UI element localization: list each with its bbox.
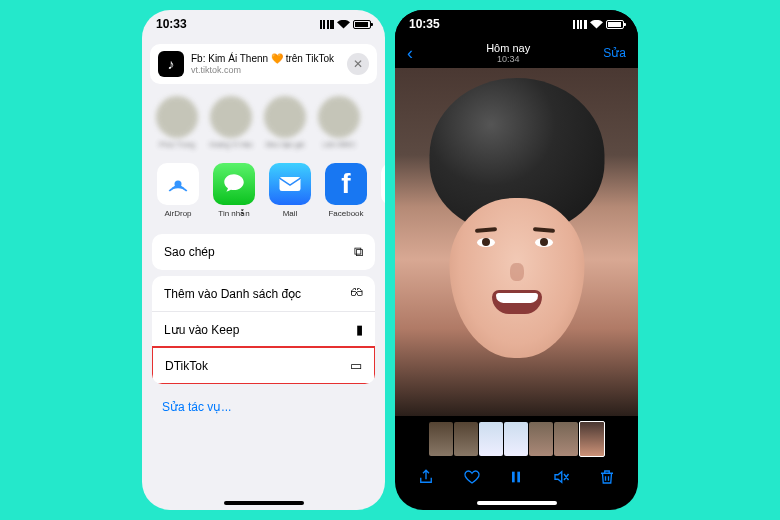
app-icon bbox=[381, 163, 385, 205]
action-label: Sao chép bbox=[164, 245, 215, 259]
app-label: Mail bbox=[266, 209, 314, 218]
action-keep[interactable]: Lưu vào Keep ▮ bbox=[152, 311, 375, 347]
app-airdrop[interactable]: AirDrop bbox=[154, 163, 202, 218]
share-button[interactable] bbox=[417, 468, 435, 490]
action-label: DTikTok bbox=[165, 359, 208, 373]
action-label: Thêm vào Danh sách đọc bbox=[164, 287, 301, 301]
glasses-icon: 👓︎ bbox=[350, 286, 363, 301]
app-mail[interactable]: Mail bbox=[266, 163, 314, 218]
battery-icon bbox=[353, 20, 371, 29]
status-icons bbox=[320, 20, 371, 29]
home-indicator[interactable] bbox=[477, 501, 557, 505]
status-icons bbox=[573, 20, 624, 29]
tiktok-app-icon: ♪ bbox=[158, 51, 184, 77]
wifi-icon bbox=[337, 20, 350, 29]
photo-nav: ‹ Hôm nay 10:34 Sửa bbox=[395, 38, 638, 68]
avatar bbox=[318, 96, 360, 138]
signal-icon bbox=[320, 20, 334, 29]
phone-photos-viewer: 10:35 ‹ Hôm nay 10:34 Sửa bbox=[395, 10, 638, 510]
mute-button[interactable] bbox=[552, 468, 570, 490]
bookmark-icon: ▮ bbox=[356, 322, 363, 337]
main-photo[interactable] bbox=[395, 68, 638, 416]
contact-label: Phúc Trung bbox=[154, 141, 200, 148]
close-button[interactable]: ✕ bbox=[347, 53, 369, 75]
contact-label: Hoàng Vi Hào bbox=[208, 141, 254, 148]
svg-rect-3 bbox=[518, 472, 521, 483]
messages-icon bbox=[213, 163, 255, 205]
app-label: Ni bbox=[378, 209, 385, 218]
share-header: ♪ Fb: Kim Ái Thenn 🧡 trên TikTok vt.tikt… bbox=[150, 44, 377, 84]
thumbnail[interactable] bbox=[504, 422, 528, 456]
thumbnail-strip bbox=[395, 416, 638, 460]
thumbnail[interactable] bbox=[479, 422, 503, 456]
action-group-copy: Sao chép ⧉ bbox=[152, 234, 375, 270]
avatar bbox=[156, 96, 198, 138]
facebook-icon: f bbox=[325, 163, 367, 205]
video-icon: ▭ bbox=[350, 358, 362, 373]
edit-actions-link[interactable]: Sửa tác vụ... bbox=[142, 390, 385, 424]
app-next[interactable]: Ni bbox=[378, 163, 385, 218]
contact-item[interactable]: Hoàng Vi Hào bbox=[208, 96, 254, 149]
photo-toolbar bbox=[395, 460, 638, 506]
thumbnail[interactable] bbox=[429, 422, 453, 456]
svg-rect-2 bbox=[512, 472, 515, 483]
share-header-text: Fb: Kim Ái Thenn 🧡 trên TikTok vt.tiktok… bbox=[191, 53, 340, 76]
avatar bbox=[210, 96, 252, 138]
status-bar: 10:35 bbox=[395, 10, 638, 38]
app-facebook[interactable]: f Facebook bbox=[322, 163, 370, 218]
airdrop-icon bbox=[157, 163, 199, 205]
app-messages[interactable]: Tin nhắn bbox=[210, 163, 258, 218]
delete-button[interactable] bbox=[598, 468, 616, 490]
phone-share-sheet: 10:33 ♪ Fb: Kim Ái Thenn 🧡 trên TikTok v… bbox=[142, 10, 385, 510]
home-indicator[interactable] bbox=[224, 501, 304, 505]
contact-item[interactable]: Meo bạn gái bbox=[262, 96, 308, 149]
action-reading-list[interactable]: Thêm vào Danh sách đọc 👓︎ bbox=[152, 276, 375, 311]
contact-item[interactable]: Phúc Trung bbox=[154, 96, 200, 149]
svg-rect-1 bbox=[280, 177, 301, 191]
thumbnail[interactable] bbox=[529, 422, 553, 456]
contacts-row: Phúc Trung Hoàng Vi Hào Meo bạn gái Liên… bbox=[142, 90, 385, 159]
app-label: Facebook bbox=[322, 209, 370, 218]
close-icon: ✕ bbox=[353, 57, 363, 71]
battery-icon bbox=[606, 20, 624, 29]
contact-label: Liên MMO bbox=[316, 141, 362, 148]
signal-icon bbox=[573, 20, 587, 29]
mail-icon bbox=[269, 163, 311, 205]
apps-row: AirDrop Tin nhắn Mail f Facebook Ni bbox=[142, 159, 385, 228]
nav-title-block: Hôm nay 10:34 bbox=[413, 42, 603, 64]
app-label: Tin nhắn bbox=[210, 209, 258, 218]
status-bar: 10:33 bbox=[142, 10, 385, 38]
wifi-icon bbox=[590, 20, 603, 29]
thumbnail[interactable] bbox=[454, 422, 478, 456]
share-title: Fb: Kim Ái Thenn 🧡 trên TikTok bbox=[191, 53, 340, 65]
app-label: AirDrop bbox=[154, 209, 202, 218]
action-label: Lưu vào Keep bbox=[164, 323, 239, 337]
nav-subtitle: 10:34 bbox=[413, 54, 603, 64]
favorite-button[interactable] bbox=[463, 468, 481, 490]
avatar bbox=[264, 96, 306, 138]
contact-item[interactable]: Liên MMO bbox=[316, 96, 362, 149]
thumbnail-active[interactable] bbox=[579, 421, 605, 457]
pause-button[interactable] bbox=[508, 469, 524, 489]
edit-button[interactable]: Sửa bbox=[603, 46, 626, 60]
action-copy[interactable]: Sao chép ⧉ bbox=[152, 234, 375, 270]
copy-icon: ⧉ bbox=[354, 244, 363, 260]
nav-title: Hôm nay bbox=[413, 42, 603, 54]
status-time: 10:35 bbox=[409, 17, 440, 31]
action-group-main: Thêm vào Danh sách đọc 👓︎ Lưu vào Keep ▮… bbox=[152, 276, 375, 384]
thumbnail[interactable] bbox=[554, 422, 578, 456]
status-time: 10:33 bbox=[156, 17, 187, 31]
contact-label: Meo bạn gái bbox=[262, 141, 308, 149]
action-dtiktok[interactable]: DTikTok ▭ bbox=[152, 346, 375, 384]
share-subtitle: vt.tiktok.com bbox=[191, 65, 340, 76]
